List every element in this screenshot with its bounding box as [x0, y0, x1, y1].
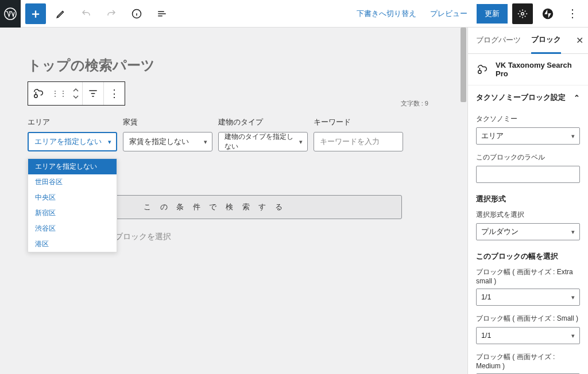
block-more-button[interactable]: ⋮	[104, 82, 125, 105]
sidebar-tabs: ブログパーツ ブロック ✕	[468, 28, 588, 54]
area-select[interactable]: エリアを指定しない ▾	[28, 132, 117, 151]
post-title[interactable]: トップの検索パーツ	[28, 56, 440, 75]
panel-taxonomy-block: タクソノミーブロック設定 ⌃ タクソノミー エリア ▾ このブロックのラベル 選…	[468, 85, 588, 374]
type-select[interactable]: 建物のタイプを指定しない ▾	[218, 132, 308, 151]
chevron-down-icon: ▾	[299, 138, 303, 146]
redo-button[interactable]	[101, 3, 122, 24]
search-form: エリア エリアを指定しない ▾ 家賃 家賃を指定しない ▾ 建物のタイプ 建物の…	[28, 117, 440, 151]
type-label: 建物のタイプ	[218, 117, 308, 127]
block-label-label: このブロックのラベル	[476, 153, 580, 162]
jetpack-icon	[542, 8, 554, 20]
area-label: エリア	[28, 117, 117, 127]
area-option[interactable]: エリアを指定しない	[28, 159, 117, 174]
settings-button[interactable]	[512, 3, 533, 24]
width-sm-value: 1/1	[481, 332, 491, 340]
add-block-button[interactable]: ＋	[25, 3, 46, 24]
area-select-value: エリアを指定しない	[34, 137, 102, 147]
rent-select[interactable]: 家賃を指定しない ▾	[123, 132, 212, 151]
tab-block[interactable]: ブロック	[531, 28, 561, 54]
kebab-icon: ⋮	[109, 87, 119, 100]
top-toolbar: ＋ 下書きへ切り替え プレビュー 更新 ⋯	[0, 0, 588, 28]
gear-icon	[517, 9, 528, 19]
select-style-value: プルダウン	[481, 227, 519, 237]
select-style-header: 選択形式	[476, 194, 580, 204]
redo-icon	[106, 9, 117, 19]
info-icon	[131, 8, 142, 20]
wordpress-logo[interactable]	[0, 0, 21, 28]
chevron-down-icon: ▾	[204, 138, 207, 146]
svg-point-0	[5, 7, 16, 19]
editor-scrollbar[interactable]	[461, 28, 466, 374]
area-option[interactable]: 中央区	[28, 190, 117, 205]
type-select-value: 建物のタイプを指定しない	[225, 132, 293, 151]
chevron-up-icon: ⌃	[574, 94, 580, 102]
taxonomy-label: タクソノミー	[476, 114, 580, 124]
update-button[interactable]: 更新	[477, 4, 508, 24]
panel-header[interactable]: タクソノミーブロック設定 ⌃	[468, 85, 588, 110]
info-button[interactable]	[126, 3, 147, 24]
kebab-icon: ⋯	[566, 8, 580, 20]
keyword-label: キーワード	[314, 117, 403, 127]
keyword-input[interactable]: キーワードを入力	[314, 132, 403, 151]
more-options-button[interactable]: ⋯	[563, 3, 583, 24]
block-name: VK Taxonomy Search Pro	[496, 61, 580, 78]
width-xs-value: 1/1	[481, 293, 491, 301]
block-toolbar: ⋮⋮ ⋮	[28, 81, 125, 106]
rent-select-value: 家賃を指定しない	[129, 137, 189, 147]
panel-title: タクソノミーブロック設定	[476, 92, 566, 103]
area-option[interactable]: 新宿区	[28, 205, 117, 221]
width-sm-select[interactable]: 1/1▾	[476, 327, 580, 344]
width-xs-select[interactable]: 1/1▾	[476, 289, 580, 306]
width-sm-label: ブロック幅 ( 画面サイズ : Small )	[476, 314, 580, 324]
pencil-icon	[56, 9, 66, 19]
edit-icon[interactable]	[51, 3, 71, 24]
chevron-down-icon: ▾	[571, 228, 575, 236]
chevron-down-icon: ▾	[571, 332, 575, 340]
svg-point-3	[543, 8, 553, 18]
tab-blog-parts[interactable]: ブログパーツ	[476, 28, 521, 54]
taxonomy-block-icon	[32, 87, 45, 100]
width-xs-label: ブロック幅 ( 画面サイズ : Extra small )	[476, 267, 580, 285]
filter-icon	[87, 88, 99, 99]
close-sidebar-button[interactable]: ✕	[576, 35, 583, 46]
character-count: 文字数 : 9	[401, 99, 428, 108]
undo-icon	[81, 9, 91, 19]
undo-button[interactable]	[76, 3, 96, 24]
area-option[interactable]: 世田谷区	[28, 174, 117, 190]
select-style-label: 選択形式を選択	[476, 210, 580, 220]
block-label-input[interactable]	[476, 166, 580, 183]
select-style-select[interactable]: プルダウン ▾	[476, 223, 580, 240]
move-arrows[interactable]	[69, 82, 82, 105]
chevron-down-icon: ▾	[571, 133, 575, 140]
chevron-down-icon: ▾	[571, 294, 575, 301]
area-option[interactable]: 港区	[28, 236, 117, 252]
drag-handle[interactable]: ⋮⋮	[49, 82, 69, 105]
chevron-updown-icon	[72, 87, 79, 100]
taxonomy-select[interactable]: エリア ▾	[476, 127, 580, 145]
area-option[interactable]: 渋谷区	[28, 221, 117, 236]
taxonomy-block-icon	[476, 63, 489, 76]
rent-label: 家賃	[123, 117, 212, 127]
block-type-button[interactable]	[28, 82, 49, 105]
taxonomy-select-value: エリア	[481, 131, 504, 141]
area-dropdown: エリアを指定しない 世田谷区 中央区 新宿区 渋谷区 港区	[28, 158, 117, 252]
block-width-header: このブロックの幅を選択	[476, 252, 580, 262]
outline-button[interactable]	[152, 3, 172, 24]
settings-sidebar: ブログパーツ ブロック ✕ VK Taxonomy Search Pro タクソ…	[468, 28, 588, 374]
editor-canvas: トップの検索パーツ ⋮⋮ ⋮ 文字数 : 9 エリア	[0, 28, 468, 374]
align-button[interactable]	[83, 82, 103, 105]
chevron-down-icon: ▾	[108, 138, 111, 146]
preview-link[interactable]: プレビュー	[425, 4, 472, 24]
svg-point-2	[521, 12, 524, 15]
jetpack-button[interactable]	[537, 3, 558, 24]
width-md-label: ブロック幅 ( 画面サイズ : Medium )	[476, 352, 580, 370]
switch-to-draft-link[interactable]: 下書きへ切り替え	[352, 4, 421, 24]
wordpress-icon	[4, 7, 17, 20]
outline-icon	[157, 9, 167, 19]
block-card: VK Taxonomy Search Pro	[468, 54, 588, 85]
